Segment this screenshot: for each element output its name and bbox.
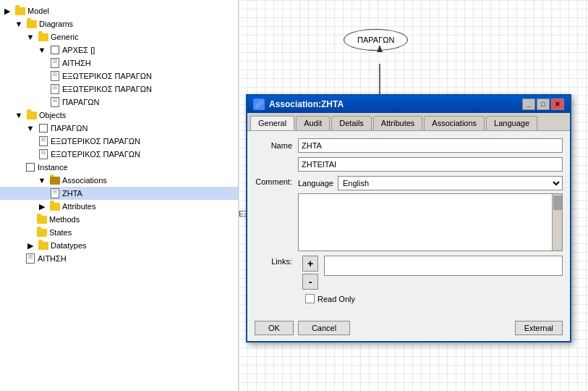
links-buttons: + -	[302, 256, 318, 290]
modal-dialog: 🔗 Association:ΖΗΤΑ _ □ ✕ General Audit D…	[246, 94, 571, 342]
titlebar-left: 🔗 Association:ΖΗΤΑ	[253, 98, 344, 110]
titlebar-buttons: _ □ ✕	[522, 98, 564, 110]
language-select[interactable]: English Greek French German	[338, 176, 563, 190]
close-button[interactable]: ✕	[551, 98, 564, 110]
tab-associations[interactable]: Associations	[424, 116, 485, 130]
modal-titlebar: 🔗 Association:ΖΗΤΑ _ □ ✕	[247, 96, 570, 113]
modal-footer: OK Cancel External	[247, 316, 570, 341]
links-label: Links:	[255, 256, 298, 266]
readonly-row: Read Only	[255, 294, 563, 303]
name-input[interactable]	[298, 138, 563, 153]
language-row: Language English Greek French German	[298, 176, 563, 190]
modal-icon: 🔗	[253, 98, 265, 110]
scrollbar-thumb	[553, 196, 562, 210]
footer-left-buttons: OK Cancel	[255, 321, 350, 335]
comment-textarea-wrapper	[298, 193, 563, 251]
add-link-button[interactable]: +	[302, 256, 318, 272]
minimize-button[interactable]: _	[522, 98, 535, 110]
modal-overlay: 🔗 Association:ΖΗΤΑ _ □ ✕ General Audit D…	[0, 0, 588, 391]
comment-right: Language English Greek French German	[298, 176, 563, 251]
readonly-checkbox[interactable]	[305, 294, 315, 303]
name2-row	[255, 157, 563, 172]
tabs-bar: General Audit Details Attributes Associa…	[247, 113, 570, 130]
name-row: Name	[255, 138, 563, 153]
tab-details[interactable]: Details	[331, 116, 372, 130]
comment-section: Comment: Language English Greek French G…	[255, 176, 563, 251]
links-input-area[interactable]	[324, 256, 563, 276]
links-section: Links: + -	[255, 256, 563, 290]
tab-language[interactable]: Language	[486, 116, 537, 130]
comment-scrollbar[interactable]	[552, 194, 562, 251]
tab-attributes[interactable]: Attributes	[373, 116, 422, 130]
readonly-label: Read Only	[318, 295, 355, 303]
cancel-button[interactable]: Cancel	[298, 321, 350, 335]
remove-link-button[interactable]: -	[302, 274, 318, 290]
ok-button[interactable]: OK	[255, 321, 294, 335]
external-button[interactable]: External	[515, 321, 563, 335]
comment-textarea[interactable]	[299, 194, 562, 251]
modal-title: Association:ΖΗΤΑ	[269, 99, 344, 109]
maximize-button[interactable]: □	[537, 98, 550, 110]
language-label: Language	[298, 179, 333, 188]
tab-general[interactable]: General	[250, 116, 294, 130]
name-label: Name	[255, 141, 298, 150]
modal-content: Name Comment: Language English Greek	[247, 130, 570, 316]
comment-label: Comment:	[255, 176, 298, 251]
name2-input[interactable]	[298, 157, 563, 172]
tab-audit[interactable]: Audit	[296, 116, 330, 130]
